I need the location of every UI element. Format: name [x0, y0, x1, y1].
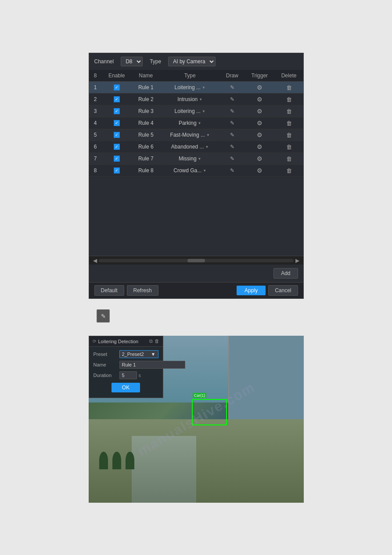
row-trigger[interactable]: ⚙	[245, 141, 275, 153]
draw-pencil-icon[interactable]: ✎	[230, 132, 234, 138]
trash-icon[interactable]: 🗑	[155, 338, 159, 344]
pencil-button[interactable]: ✎	[97, 309, 110, 323]
row-type[interactable]: Crowd Ga... ▼	[160, 165, 220, 177]
scrollbar-track[interactable]	[99, 259, 294, 262]
row-draw[interactable]: ✎	[220, 165, 245, 177]
row-delete[interactable]: 🗑	[275, 129, 303, 141]
refresh-button[interactable]: Refresh	[127, 285, 158, 296]
row-name: Rule 7	[132, 153, 160, 165]
row-type[interactable]: Intrusion ▼	[160, 94, 220, 105]
cancel-button[interactable]: Cancel	[268, 285, 298, 296]
trigger-gear-icon[interactable]: ⚙	[257, 167, 263, 174]
row-type[interactable]: Missing ▼	[160, 153, 220, 165]
row-draw[interactable]: ✎	[220, 153, 245, 165]
channel-select[interactable]: D8	[121, 57, 143, 66]
row-trigger[interactable]: ⚙	[245, 153, 275, 165]
draw-pencil-icon[interactable]: ✎	[230, 120, 234, 126]
loitering-title-icon: ⟳	[93, 339, 96, 344]
duration-input[interactable]	[119, 371, 137, 379]
delete-trash-icon[interactable]: 🗑	[286, 132, 292, 138]
row-draw[interactable]: ✎	[220, 94, 245, 105]
row-trigger[interactable]: ⚙	[245, 94, 275, 105]
name-row: Name	[94, 361, 158, 369]
row-enable[interactable]	[102, 82, 132, 94]
row-trigger[interactable]: ⚙	[245, 165, 275, 177]
delete-trash-icon[interactable]: 🗑	[286, 108, 292, 115]
row-enable[interactable]	[102, 94, 132, 105]
row-type[interactable]: Fast-Moving ... ▼	[160, 129, 220, 141]
row-name: Rule 4	[132, 117, 160, 129]
row-delete[interactable]: 🗑	[275, 82, 303, 94]
delete-trash-icon[interactable]: 🗑	[286, 120, 292, 127]
row-enable[interactable]	[102, 165, 132, 177]
row-draw[interactable]: ✎	[220, 82, 245, 94]
draw-pencil-icon[interactable]: ✎	[230, 156, 234, 162]
panel-actions: Add	[89, 265, 303, 282]
scroll-right-icon[interactable]: ▶	[294, 258, 301, 264]
row-num: 8	[89, 165, 102, 177]
default-button[interactable]: Default	[94, 285, 124, 296]
row-enable[interactable]	[102, 129, 132, 141]
duration-unit: s	[139, 373, 141, 378]
trigger-gear-icon[interactable]: ⚙	[257, 108, 263, 115]
row-trigger[interactable]: ⚙	[245, 105, 275, 117]
row-type[interactable]: Parking ▼	[160, 117, 220, 129]
row-type[interactable]: Abandoned ... ▼	[160, 141, 220, 153]
row-enable[interactable]	[102, 141, 132, 153]
col-name: Name	[132, 70, 160, 82]
row-num: 3	[89, 105, 102, 117]
draw-pencil-icon[interactable]: ✎	[230, 96, 234, 102]
row-delete[interactable]: 🗑	[275, 165, 303, 177]
type-select[interactable]: AI by Camera	[168, 57, 216, 66]
row-name: Rule 2	[132, 94, 160, 105]
row-trigger[interactable]: ⚙	[245, 129, 275, 141]
name-input[interactable]	[119, 361, 185, 369]
scroll-left-icon[interactable]: ◀	[91, 258, 99, 264]
trigger-gear-icon[interactable]: ⚙	[257, 96, 263, 103]
table-row: 4 Rule 4 Parking ▼ ✎ ⚙ 🗑	[89, 117, 303, 129]
delete-trash-icon[interactable]: 🗑	[286, 96, 292, 103]
trigger-gear-icon[interactable]: ⚙	[257, 131, 263, 138]
trigger-gear-icon[interactable]: ⚙	[257, 120, 263, 127]
draw-pencil-icon[interactable]: ✎	[230, 167, 234, 174]
table-row: 5 Rule 5 Fast-Moving ... ▼ ✎ ⚙ 🗑	[89, 129, 303, 141]
ok-button[interactable]: OK	[111, 383, 140, 392]
trigger-gear-icon[interactable]: ⚙	[257, 143, 263, 150]
draw-pencil-icon[interactable]: ✎	[230, 144, 234, 150]
row-delete[interactable]: 🗑	[275, 117, 303, 129]
preset-select[interactable]: 2_Preset2 ▼	[119, 350, 158, 358]
trigger-gear-icon[interactable]: ⚙	[257, 84, 263, 91]
row-enable[interactable]	[102, 105, 132, 117]
type-arrow: ▼	[198, 157, 201, 161]
camera-view: Car(1) manualsHive.com ⟳ Loitering Detec…	[89, 336, 304, 503]
col-num: 8	[89, 70, 102, 82]
page-container: Channel D8 Type AI by Camera 8 Enable Na…	[0, 0, 392, 555]
copy-icon[interactable]: ⧉	[149, 338, 153, 344]
row-delete[interactable]: 🗑	[275, 153, 303, 165]
add-button[interactable]: Add	[273, 268, 298, 279]
row-delete[interactable]: 🗑	[275, 105, 303, 117]
type-arrow: ▼	[205, 145, 209, 149]
row-delete[interactable]: 🗑	[275, 141, 303, 153]
row-type[interactable]: Loitering ... ▼	[160, 82, 220, 94]
row-type[interactable]: Loitering ... ▼	[160, 105, 220, 117]
delete-trash-icon[interactable]: 🗑	[286, 84, 292, 91]
trigger-gear-icon[interactable]: ⚙	[257, 155, 263, 162]
row-draw[interactable]: ✎	[220, 129, 245, 141]
row-draw[interactable]: ✎	[220, 141, 245, 153]
row-draw[interactable]: ✎	[220, 105, 245, 117]
delete-trash-icon[interactable]: 🗑	[286, 167, 292, 174]
table-row: 2 Rule 2 Intrusion ▼ ✎ ⚙ 🗑	[89, 94, 303, 105]
delete-trash-icon[interactable]: 🗑	[286, 156, 292, 162]
row-delete[interactable]: 🗑	[275, 94, 303, 105]
apply-button[interactable]: Apply	[237, 286, 266, 295]
car-detection-box: Car(1)	[192, 399, 227, 425]
delete-trash-icon[interactable]: 🗑	[286, 144, 292, 150]
draw-pencil-icon[interactable]: ✎	[230, 108, 234, 114]
row-enable[interactable]	[102, 117, 132, 129]
row-enable[interactable]	[102, 153, 132, 165]
row-draw[interactable]: ✎	[220, 117, 245, 129]
row-trigger[interactable]: ⚙	[245, 117, 275, 129]
row-trigger[interactable]: ⚙	[245, 82, 275, 94]
draw-pencil-icon[interactable]: ✎	[230, 84, 234, 91]
